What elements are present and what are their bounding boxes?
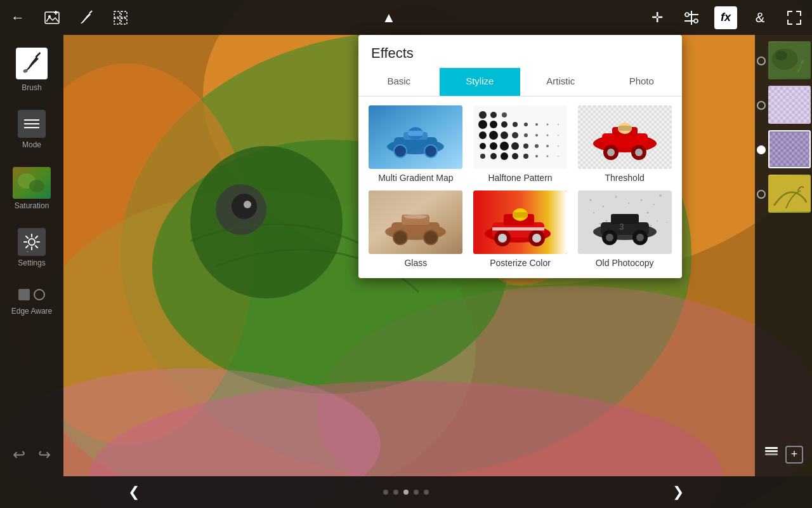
svg-rect-115 bbox=[618, 126, 632, 131]
svg-point-88 bbox=[511, 142, 519, 150]
svg-point-61 bbox=[424, 145, 437, 157]
layers-stack-icon bbox=[764, 445, 779, 460]
selection-tool-button[interactable] bbox=[109, 6, 132, 29]
effect-label-old-photocopy: Old Photocopy bbox=[596, 258, 654, 268]
fx-button[interactable]: fx bbox=[714, 6, 737, 29]
prev-button[interactable]: ❮ bbox=[115, 484, 152, 500]
back-button[interactable]: ← bbox=[6, 6, 29, 29]
bottom-bar: ❮ ❯ bbox=[0, 476, 812, 508]
tab-artistic[interactable]: Artistic bbox=[520, 68, 601, 96]
tab-basic[interactable]: Basic bbox=[358, 68, 440, 96]
svg-rect-52 bbox=[769, 133, 809, 166]
svg-point-142 bbox=[615, 196, 617, 198]
svg-point-70 bbox=[490, 121, 497, 128]
redo-button[interactable]: ↪ bbox=[38, 446, 51, 464]
sidebar-item-mode[interactable]: Mode bbox=[0, 104, 63, 156]
layer-radio-3[interactable] bbox=[757, 145, 766, 154]
add-layer-button[interactable]: + bbox=[785, 446, 803, 464]
saturation-icon bbox=[13, 167, 51, 199]
dot-1 bbox=[383, 490, 388, 495]
svg-rect-21 bbox=[114, 11, 120, 17]
svg-point-128 bbox=[498, 234, 507, 243]
tab-photo[interactable]: Photo bbox=[601, 68, 683, 96]
svg-point-93 bbox=[480, 154, 485, 159]
svg-point-152 bbox=[636, 234, 644, 241]
multi-gradient-map-preview bbox=[369, 105, 462, 169]
layer-radio-1[interactable] bbox=[757, 57, 766, 65]
svg-point-66 bbox=[479, 111, 487, 119]
svg-text:fx: fx bbox=[27, 250, 30, 252]
svg-point-76 bbox=[512, 132, 518, 138]
undo-button[interactable]: ↩ bbox=[13, 446, 25, 464]
dot-2 bbox=[393, 490, 398, 495]
layer-thumb-3-img bbox=[769, 130, 809, 168]
svg-point-92 bbox=[558, 145, 559, 147]
effects-grid: Multi Gradient Map bbox=[358, 105, 682, 268]
effect-thumb-halftone-pattern bbox=[473, 105, 567, 169]
layer-thumb-2-img bbox=[768, 86, 811, 124]
add-photo-button[interactable] bbox=[41, 6, 63, 29]
layer-thumb-1[interactable] bbox=[768, 41, 811, 79]
layer-thumb-2[interactable] bbox=[768, 86, 811, 124]
effect-posterize-color[interactable]: Posterize Color bbox=[472, 190, 569, 268]
saturation-label: Saturation bbox=[15, 201, 49, 210]
top-toolbar: ← ▲ ✛ fx & bbox=[0, 0, 812, 35]
brush-tool-button[interactable] bbox=[75, 6, 98, 29]
sidebar-item-edge-aware[interactable]: Edge Aware bbox=[0, 279, 63, 322]
layer-row-2 bbox=[757, 86, 811, 125]
svg-point-75 bbox=[501, 131, 508, 139]
svg-rect-23 bbox=[114, 18, 120, 24]
svg-point-82 bbox=[546, 124, 548, 126]
effect-halftone-pattern[interactable]: Halftone Pattern bbox=[472, 105, 569, 183]
effects-title: Effects bbox=[358, 35, 682, 68]
svg-point-90 bbox=[535, 144, 539, 148]
svg-point-89 bbox=[523, 144, 528, 149]
sidebar-item-settings[interactable]: fx Settings bbox=[0, 222, 63, 274]
svg-point-42 bbox=[775, 51, 787, 60]
effect-threshold[interactable]: Threshold bbox=[576, 105, 673, 183]
layer-radio-4[interactable] bbox=[757, 190, 766, 199]
layer-radio-2[interactable] bbox=[757, 101, 766, 110]
svg-point-145 bbox=[653, 204, 655, 205]
old-photocopy-preview: 3 bbox=[578, 190, 672, 254]
toolbar-center: ▲ bbox=[377, 6, 400, 29]
layer-thumb-4[interactable] bbox=[768, 175, 811, 213]
effect-glass[interactable]: Glass bbox=[367, 190, 464, 268]
effect-label-posterize-color: Posterize Color bbox=[490, 258, 551, 268]
effect-multi-gradient-map[interactable]: Multi Gradient Map bbox=[367, 105, 464, 183]
edge-aware-square bbox=[18, 289, 30, 300]
expand-button[interactable] bbox=[783, 6, 806, 29]
sidebar-item-brush[interactable]: Brush bbox=[0, 41, 63, 98]
svg-rect-53 bbox=[768, 176, 811, 211]
svg-point-80 bbox=[535, 134, 538, 137]
svg-rect-22 bbox=[121, 11, 127, 17]
link-button[interactable]: & bbox=[749, 6, 771, 29]
mode-icon-svg bbox=[22, 114, 42, 134]
brush-label: Brush bbox=[22, 83, 41, 92]
svg-point-69 bbox=[478, 120, 487, 129]
add-button[interactable]: ✛ bbox=[646, 6, 669, 29]
svg-point-129 bbox=[532, 234, 541, 243]
effect-old-photocopy[interactable]: 3 Old Photocopy bbox=[576, 190, 673, 268]
effect-thumb-posterize-color bbox=[473, 190, 567, 254]
svg-point-37 bbox=[29, 180, 44, 192]
tab-stylize[interactable]: Stylize bbox=[440, 68, 521, 96]
layer-thumb-3[interactable] bbox=[768, 130, 811, 168]
collapse-button[interactable]: ▲ bbox=[377, 6, 400, 29]
effects-tabs: Basic Stylize Artistic Photo bbox=[358, 68, 682, 97]
svg-point-143 bbox=[628, 203, 629, 204]
edge-aware-label: Edge Aware bbox=[11, 307, 53, 316]
toolbar-left: ← bbox=[6, 6, 132, 29]
svg-point-29 bbox=[694, 19, 698, 23]
next-button[interactable]: ❯ bbox=[660, 484, 697, 500]
svg-point-71 bbox=[501, 121, 508, 128]
dot-5 bbox=[424, 490, 429, 495]
svg-rect-64 bbox=[408, 131, 423, 136]
sidebar-item-saturation[interactable]: Saturation bbox=[0, 161, 63, 217]
svg-point-78 bbox=[524, 123, 528, 126]
svg-rect-16 bbox=[45, 12, 59, 23]
svg-point-87 bbox=[500, 142, 509, 150]
adjust-button[interactable] bbox=[680, 6, 703, 29]
mode-label: Mode bbox=[22, 140, 41, 149]
layer-row-4 bbox=[757, 175, 811, 214]
